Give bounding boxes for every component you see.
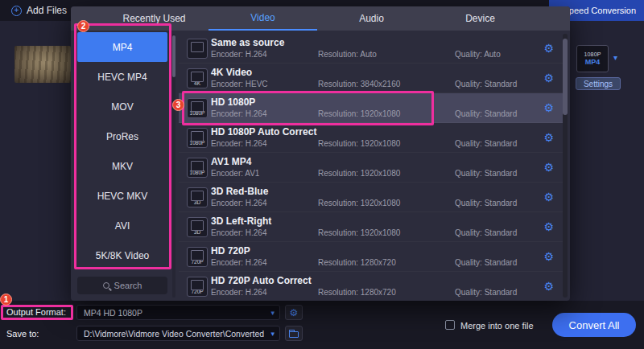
- list-scrollbar-thumb[interactable]: [563, 39, 568, 115]
- gear-icon[interactable]: ⚙: [543, 280, 554, 293]
- merge-checkbox[interactable]: [445, 320, 455, 330]
- gear-icon[interactable]: ⚙: [543, 250, 554, 263]
- browse-folder-button[interactable]: [285, 326, 303, 341]
- folder-icon: [289, 331, 299, 338]
- format-row-same-as-source[interactable]: Same as source Encoder: H.264 Resolution…: [179, 34, 564, 64]
- format-quality: Quality: Standard: [455, 80, 517, 88]
- add-files-label: Add Files: [27, 5, 67, 16]
- save-to-dropdown[interactable]: D:\Vidmore\Vidmore Video Converter\Conve…: [76, 326, 280, 341]
- speed-conversion-label: peed Conversion: [569, 6, 636, 15]
- format-row-hd-1080p[interactable]: 1080P HD 1080P Encoder: H.264 Resolution…: [179, 93, 564, 123]
- gear-icon[interactable]: ⚙: [543, 161, 554, 174]
- format-encoder: Encoder: H.264: [211, 228, 267, 237]
- sidebar-item-mkv[interactable]: MKV: [77, 151, 167, 181]
- format-resolution: Resolution: 1920x1080: [318, 228, 400, 237]
- sidebar-item-mov[interactable]: MOV: [77, 92, 167, 121]
- tab-audio[interactable]: Audio: [317, 6, 426, 31]
- format-icon: 1080P: [187, 98, 208, 118]
- format-row-hd-720p[interactable]: 720P HD 720P Encoder: H.264 Resolution: …: [179, 242, 564, 272]
- format-row-hd-1080p-auto-correct[interactable]: 1080P HD 1080P Auto Correct Encoder: H.2…: [179, 123, 564, 153]
- output-format-label: Output Format:: [6, 307, 66, 317]
- format-encoder: Encoder: AV1: [211, 169, 259, 178]
- format-resolution: Resolution: 1280x720: [318, 258, 396, 267]
- format-icon: [187, 39, 208, 59]
- sidebar-item-hevc-mp4[interactable]: HEVC MP4: [77, 62, 167, 92]
- format-encoder: Encoder: H.264: [211, 288, 267, 297]
- format-quality: Quality: Auto: [455, 50, 501, 59]
- video-thumbnail[interactable]: [14, 46, 71, 83]
- format-encoder: Encoder: H.264: [211, 50, 267, 59]
- sidebar-item-5k8k[interactable]: 5K/8K Video: [77, 240, 167, 270]
- convert-all-button[interactable]: Convert All: [552, 313, 636, 337]
- chevron-down-icon[interactable]: ▾: [270, 330, 275, 338]
- format-icon: 1080P: [187, 128, 208, 148]
- search-input[interactable]: Search: [77, 277, 167, 294]
- gear-icon[interactable]: ⚙: [543, 42, 554, 55]
- format-quality: Quality: Standard: [455, 258, 517, 267]
- format-list: Same as source Encoder: H.264 Resolution…: [179, 34, 564, 298]
- format-row-hd-720p-auto-correct[interactable]: 720P HD 720P Auto Correct Encoder: H.264…: [179, 272, 564, 298]
- format-quality: Quality: Standard: [455, 288, 517, 297]
- tab-device[interactable]: Device: [426, 6, 535, 31]
- sidebar-item-mp4[interactable]: MP4: [77, 32, 167, 62]
- format-encoder: Encoder: HEVC: [211, 80, 268, 88]
- sidebar-item-hevc-mkv[interactable]: HEVC MKV: [77, 181, 167, 211]
- format-quality: Quality: Standard: [455, 109, 517, 118]
- search-placeholder: Search: [114, 281, 142, 290]
- format-encoder: Encoder: H.264: [211, 109, 267, 118]
- format-name: 3D Red-Blue: [211, 186, 268, 197]
- add-icon: +: [11, 6, 22, 16]
- gear-icon[interactable]: ⚙: [543, 72, 554, 84]
- format-row-4k-video[interactable]: 4K 4K Video Encoder: HEVC Resolution: 38…: [179, 64, 564, 93]
- add-files-button[interactable]: + Add Files ▾: [11, 0, 75, 21]
- format-icon: 4K: [187, 68, 208, 88]
- annotation-step-2: 2: [77, 20, 89, 32]
- sidebar-scrollbar-thumb[interactable]: [172, 35, 175, 77]
- sidebar-scrollbar[interactable]: [172, 34, 175, 298]
- format-resolution: Resolution: 3840x2160: [318, 80, 400, 88]
- format-row-av1-mp4[interactable]: 1080P AV1 MP4 Encoder: AV1 Resolution: 1…: [179, 153, 564, 183]
- format-icon: 720P: [187, 277, 208, 297]
- save-to-label: Save to:: [6, 329, 39, 339]
- format-name: HD 1080P: [211, 96, 255, 108]
- format-name: 3D Left-Right: [211, 216, 271, 227]
- format-name: AV1 MP4: [211, 156, 251, 167]
- format-resolution: Resolution: 1920x1080: [318, 169, 400, 178]
- format-encoder: Encoder: H.264: [211, 199, 267, 207]
- format-encoder: Encoder: H.264: [211, 258, 267, 267]
- format-icon: 1080P: [187, 158, 208, 178]
- format-quality: Quality: Standard: [455, 169, 517, 178]
- format-quality: Quality: Standard: [455, 139, 517, 148]
- format-icon: 3D: [187, 187, 208, 207]
- format-resolution: Resolution: 1920x1080: [318, 199, 400, 207]
- format-quality: Quality: Standard: [455, 199, 517, 207]
- format-name: Same as source: [211, 37, 284, 48]
- chevron-down-icon[interactable]: ▾: [270, 309, 275, 317]
- output-format-settings-button[interactable]: ⚙: [285, 305, 303, 320]
- output-format-value: MP4 HD 1080P: [84, 308, 142, 318]
- list-scrollbar[interactable]: [563, 34, 568, 298]
- gear-icon[interactable]: ⚙: [543, 101, 554, 114]
- annotation-step-3: 3: [172, 99, 184, 111]
- gear-icon[interactable]: ⚙: [543, 191, 554, 203]
- format-dropdown-caret-icon[interactable]: ▾: [613, 53, 617, 62]
- format-icon: 3D: [187, 217, 208, 237]
- save-to-value: D:\Vidmore\Vidmore Video Converter\Conve…: [84, 329, 264, 339]
- search-icon: [103, 282, 109, 289]
- settings-button[interactable]: Settings: [576, 77, 621, 90]
- sidebar-item-prores[interactable]: ProRes: [77, 121, 167, 151]
- output-format-dropdown[interactable]: MP4 HD 1080P ▾: [76, 305, 280, 320]
- format-row-3d-left-right[interactable]: 3D 3D Left-Right Encoder: H.264 Resoluti…: [179, 212, 564, 242]
- format-row-3d-red-blue[interactable]: 3D 3D Red-Blue Encoder: H.264 Resolution…: [179, 183, 564, 212]
- format-resolution: Resolution: Auto: [318, 50, 377, 59]
- tab-video[interactable]: Video: [208, 6, 317, 31]
- annotation-step-1: 1: [0, 294, 12, 306]
- format-name: HD 720P: [211, 245, 250, 257]
- gear-icon[interactable]: ⚙: [543, 131, 554, 144]
- output-format-badge[interactable]: 1080P MP4: [576, 45, 609, 72]
- format-dialog-tabs: Recently Used Video Audio Device: [71, 6, 570, 31]
- sidebar-item-avi[interactable]: AVI: [77, 211, 167, 240]
- merge-label: Merge into one file: [460, 321, 534, 331]
- gear-icon[interactable]: ⚙: [543, 220, 554, 233]
- tab-recently-used[interactable]: Recently Used: [100, 6, 208, 31]
